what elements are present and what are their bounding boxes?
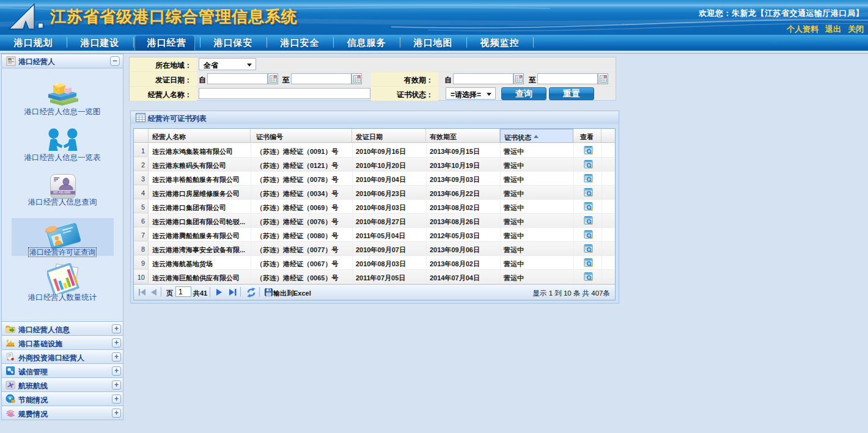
svg-text:805.430.6080: 805.430.6080 (53, 191, 71, 194)
